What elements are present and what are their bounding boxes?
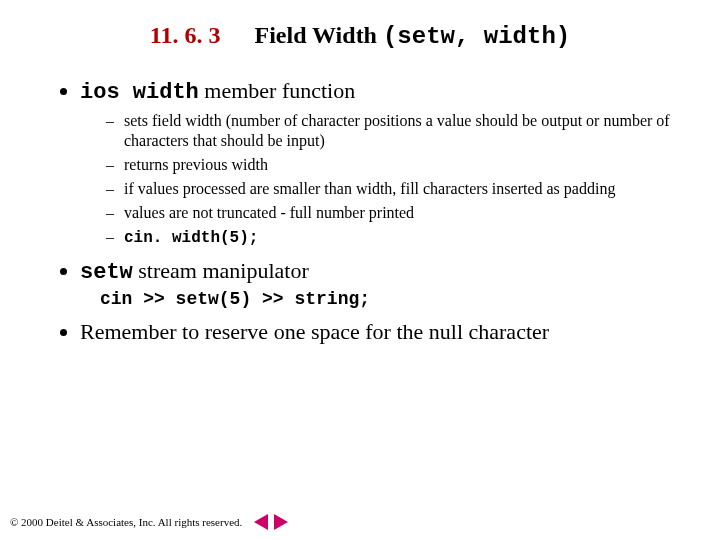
bullet-1-sublist: sets field width (number of character po… [106, 111, 680, 248]
bullet-1-mono: ios width [80, 80, 199, 105]
title-text-plain: Field Width [254, 22, 376, 48]
sub-item: returns previous width [106, 155, 680, 175]
copyright-text: © 2000 Deitel & Associates, Inc. All rig… [10, 516, 242, 528]
bullet-2-rest: stream manipulator [133, 258, 309, 283]
nav-arrows [254, 514, 288, 530]
next-arrow-icon[interactable] [274, 514, 288, 530]
slide-title: 11. 6. 3 Field Width (setw, width) [40, 22, 680, 50]
section-number: 11. 6. 3 [150, 22, 221, 48]
bullet-3: Remember to reserve one space for the nu… [80, 319, 680, 345]
prev-arrow-icon[interactable] [254, 514, 268, 530]
sub-item: values are not truncated - full number p… [106, 203, 680, 223]
bullet-list-2: Remember to reserve one space for the nu… [58, 319, 680, 345]
title-text-mono: (setw, width) [383, 23, 570, 50]
bullet-1: ios width member function sets field wid… [80, 78, 680, 248]
bullet-list: ios width member function sets field wid… [58, 78, 680, 285]
footer: © 2000 Deitel & Associates, Inc. All rig… [10, 514, 288, 530]
sub-item: if values processed are smaller than wid… [106, 179, 680, 199]
slide: 11. 6. 3 Field Width (setw, width) ios w… [0, 0, 720, 540]
sub-item-code-text: cin. width(5); [124, 229, 258, 247]
bullet-2-code-line: cin >> setw(5) >> string; [100, 289, 680, 309]
bullet-1-rest: member function [199, 78, 355, 103]
bullet-2: setw stream manipulator [80, 258, 680, 285]
sub-item-code: cin. width(5); [106, 227, 680, 248]
sub-item: sets field width (number of character po… [106, 111, 680, 151]
bullet-2-mono: setw [80, 260, 133, 285]
